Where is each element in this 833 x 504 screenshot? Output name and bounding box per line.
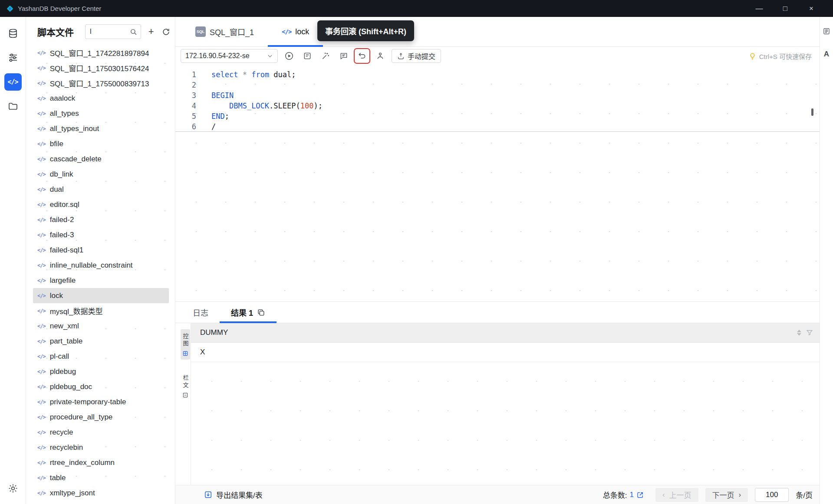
file-item[interactable]: </>recycle [33, 425, 169, 440]
table-row[interactable]: X [191, 343, 820, 362]
code-file-icon: </> [37, 475, 46, 481]
export-results-button[interactable]: 导出结果集/表 [204, 489, 263, 500]
per-page-label: 条/页 [796, 489, 813, 500]
prev-chevron-icon: ‹ [662, 491, 665, 499]
file-item[interactable]: </>failed-sql1 [33, 242, 169, 258]
app-body: </> 脚本文件 + [0, 17, 833, 504]
settings-gear-icon[interactable] [4, 480, 22, 497]
file-item[interactable]: </>rtree_index_column [33, 455, 169, 470]
code-line[interactable]: 1select * from dual; [175, 69, 820, 80]
tab-result-1[interactable]: 结果 1 [220, 302, 277, 323]
folder-icon[interactable] [4, 98, 22, 115]
code-file-icon: </> [37, 323, 46, 329]
file-label: procedure_all_type [50, 413, 113, 422]
comment-button[interactable] [337, 49, 351, 62]
pagination: 总条数: 1 ‹ 上一页 下一页 › [603, 488, 813, 502]
file-item[interactable]: </>SQL_窗口_1_1750301576424 [33, 60, 169, 75]
close-icon[interactable]: × [807, 4, 816, 13]
next-page-button[interactable]: 下一页 › [705, 488, 748, 502]
file-item[interactable]: </>bfile [33, 136, 169, 151]
code-line[interactable]: 5END; [175, 111, 820, 121]
code-text: DBMS_LOCK.SLEEP(100); [196, 101, 323, 111]
file-item[interactable]: </>procedure_all_type [33, 409, 169, 425]
column-header[interactable]: DUMMY [200, 328, 228, 337]
column-tools [797, 329, 813, 337]
file-item[interactable]: </>db_link [33, 167, 169, 182]
file-item[interactable]: </>part_table [33, 334, 169, 349]
window-controls: — □ × [755, 4, 827, 13]
page-size-select[interactable]: 100 [755, 488, 789, 502]
file-item[interactable]: </>pldebug_doc [33, 379, 169, 394]
file-search-input[interactable] [90, 28, 127, 36]
open-result-icon[interactable] [257, 308, 265, 317]
file-item[interactable]: </>lock [33, 288, 169, 303]
open-in-new-icon[interactable] [636, 491, 644, 499]
file-item[interactable]: </>pl-call [33, 349, 169, 364]
tab-sql-window-1[interactable]: SQL SQL_窗口_1 [181, 17, 268, 46]
refresh-icon[interactable] [161, 26, 171, 37]
connection-select[interactable]: 172.16.90.54-232-se [181, 49, 278, 63]
explain-plan-button[interactable] [300, 49, 314, 62]
maximize-icon[interactable]: □ [781, 4, 790, 13]
format-sql-button[interactable] [319, 49, 333, 62]
file-item[interactable]: </>editor.sql [33, 197, 169, 212]
script-editor-nav-icon[interactable]: </> [4, 73, 22, 91]
sql-toolbar: 172.16.90.54-232-se [175, 47, 820, 65]
code-line[interactable]: 3BEGIN [175, 90, 820, 101]
notes-panel-icon[interactable] [823, 27, 830, 35]
file-item[interactable]: </>inline_nullable_constraint [33, 258, 169, 273]
rollback-button[interactable] [355, 49, 369, 62]
prev-page-label: 上一页 [669, 489, 691, 500]
file-item[interactable]: </>table [33, 470, 169, 485]
file-item[interactable]: </>all_types_inout [33, 121, 169, 136]
manual-commit-toggle[interactable]: 手动提交 [392, 49, 441, 63]
file-item[interactable]: </>recyclebin [33, 440, 169, 455]
file-item[interactable]: </>cascade_delete [33, 151, 169, 167]
file-item[interactable]: </>pldebug [33, 364, 169, 379]
file-item[interactable]: </>dual [33, 182, 169, 197]
result-grid-view-tab[interactable]: 控图 [181, 329, 190, 360]
file-item[interactable]: </>SQL_窗口_1_1742281897894 [33, 45, 169, 60]
font-size-icon[interactable]: A [824, 50, 829, 59]
filter-icon[interactable] [806, 329, 813, 337]
tab-log[interactable]: 日志 [181, 302, 220, 323]
sort-icon[interactable] [797, 330, 801, 336]
file-item[interactable]: </>failed-3 [33, 227, 169, 242]
code-line[interactable]: 2 [175, 80, 820, 90]
file-item[interactable]: </>new_xml [33, 318, 169, 334]
editor-scrollbar-thumb[interactable] [811, 108, 813, 116]
file-label: bfile [50, 140, 63, 148]
code-file-icon: </> [37, 217, 46, 223]
results-panel: 日志 结果 1 控图 [175, 301, 820, 504]
code-file-icon: </> [37, 384, 46, 390]
new-script-button[interactable]: + [146, 26, 156, 37]
code-token: / [211, 122, 216, 131]
run-button[interactable] [282, 49, 296, 62]
commit-button[interactable] [373, 49, 387, 62]
code-line[interactable]: 4 DBMS_LOCK.SLEEP(100); [175, 101, 820, 111]
prev-page-button[interactable]: ‹ 上一页 [655, 488, 698, 502]
tab-label: SQL_窗口_1 [210, 26, 254, 37]
file-label: pldebug [50, 367, 76, 376]
file-item[interactable]: </>failed-2 [33, 212, 169, 227]
file-item[interactable]: </>aaalock [33, 91, 169, 106]
sql-editor[interactable]: 1select * from dual;23BEGIN4 DBMS_LOCK.S… [175, 65, 820, 301]
code-line[interactable]: 6/ [175, 121, 820, 132]
file-item[interactable]: </>private-temporary-table [33, 394, 169, 409]
file-item[interactable]: </>all_types [33, 106, 169, 121]
code-file-icon: </> [37, 50, 46, 56]
save-hint: Ctrl+S 可快速保存 [749, 52, 812, 61]
grid-header-row: DUMMY [191, 323, 820, 343]
file-item[interactable]: </>mysql_数据类型 [33, 303, 169, 318]
tab-lock[interactable]: </> lock [268, 17, 323, 46]
code-file-icon: </> [37, 445, 46, 451]
file-item[interactable]: </>largefile [33, 273, 169, 288]
tune-filters-icon[interactable] [4, 49, 22, 66]
database-icon[interactable] [4, 25, 22, 42]
minimize-icon[interactable]: — [755, 4, 764, 13]
file-search-box[interactable] [85, 24, 141, 39]
file-item[interactable]: </>xmltype_jsont [33, 485, 169, 501]
file-item[interactable]: </>SQL_窗口_1_1755000839713 [33, 75, 169, 91]
file-label: all_types [50, 109, 79, 118]
result-text-view-tab[interactable]: 栏文 [181, 371, 190, 401]
